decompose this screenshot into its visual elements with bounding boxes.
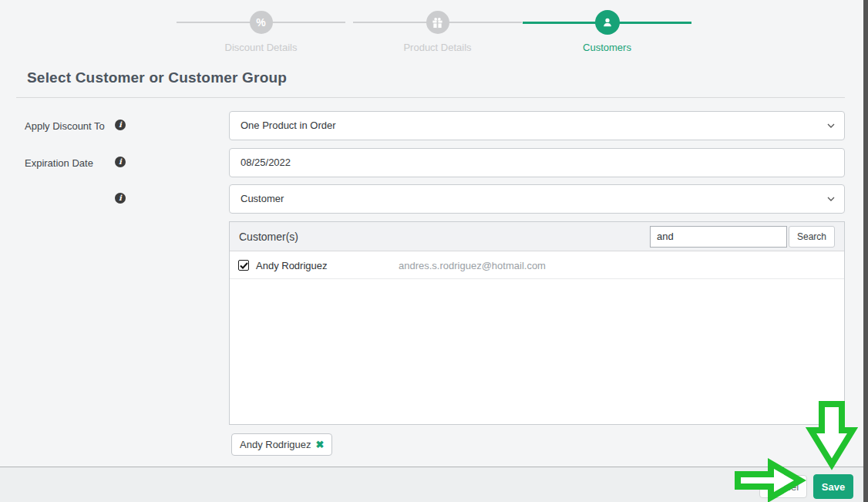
annotation-arrow-right-icon [734,458,805,502]
customer-search-input[interactable] [650,226,787,248]
step-customers[interactable]: Customers [523,8,691,56]
customer-row[interactable]: Andy Rodriguez andres.s.rodriguez@hotmai… [230,252,844,279]
step-label: Discount Details [177,42,345,53]
customers-panel-title: Customer(s) [239,231,650,243]
percent-glyph: % [256,16,265,29]
customer-checkbox-checked[interactable] [238,260,249,271]
percent-icon: % [250,11,273,34]
step-product-details[interactable]: Product Details [353,8,522,56]
apply-discount-to-value: One Product in Order [241,120,336,131]
person-icon [595,10,620,35]
customers-panel: Customer(s) Search Andy Rodriguez andres… [229,221,845,425]
customer-type-select[interactable]: Customer [229,184,845,214]
chevron-down-icon [827,185,835,213]
chevron-down-icon [827,112,835,140]
save-button[interactable]: Save [813,474,853,499]
selected-customer-chip: Andy Rodriguez ✖ [231,433,332,456]
step-label: Product Details [353,42,522,53]
scrollbar[interactable] [863,0,868,502]
apply-discount-to-select[interactable]: One Product in Order [229,111,845,140]
page-title: Select Customer or Customer Group [27,69,287,86]
chip-label: Andy Rodriguez [240,439,311,450]
step-discount-details[interactable]: % Discount Details [177,8,345,56]
info-icon[interactable]: i [115,193,126,204]
step-label: Customers [523,42,691,53]
customer-email: andres.s.rodriguez@hotmail.com [399,260,546,271]
title-divider [16,97,845,98]
customer-name: Andy Rodriguez [256,260,399,271]
apply-discount-to-label: Apply Discount To [25,120,105,132]
customer-type-value: Customer [241,193,284,204]
annotation-arrow-down-icon [808,401,856,469]
expiration-date-value: 08/25/2022 [241,157,291,168]
customers-panel-header: Customer(s) Search [230,222,844,251]
chip-remove-icon[interactable]: ✖ [316,439,325,450]
expiration-date-label: Expiration Date [25,157,93,169]
wizard-stepper: % Discount Details Product Details Custo… [0,0,868,60]
info-icon[interactable]: i [115,120,126,130]
expiration-date-input[interactable]: 08/25/2022 [229,148,845,177]
info-icon[interactable]: i [115,157,126,167]
search-button[interactable]: Search [789,226,835,248]
gift-icon [426,11,449,34]
